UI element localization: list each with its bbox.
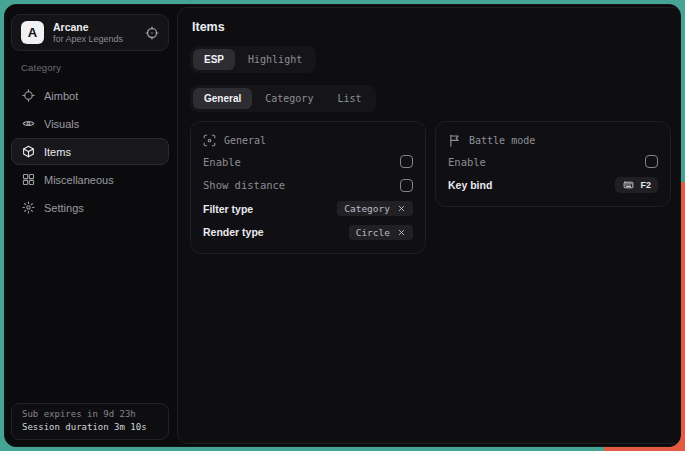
grid-icon — [22, 173, 35, 186]
cube-icon — [22, 145, 35, 158]
close-icon[interactable] — [397, 204, 406, 213]
session-duration-text: Session duration 3m 10s — [22, 422, 158, 432]
tab-category[interactable]: Category — [254, 88, 324, 109]
setting-row-enable: Enable — [203, 150, 413, 174]
card-title: General — [224, 135, 266, 146]
page-title: Items — [192, 20, 671, 34]
card-title: Battle mode — [469, 135, 535, 146]
checkbox-enable[interactable] — [645, 155, 658, 168]
tab-highlight[interactable]: Highlight — [237, 49, 313, 70]
sidebar-item-miscellaneous[interactable]: Miscellaneous — [11, 166, 169, 193]
setting-row-render-type: Render typeCircle — [203, 221, 413, 245]
sidebar-item-visuals[interactable]: Visuals — [11, 110, 169, 137]
brand-title: Arcane — [53, 21, 123, 33]
setting-label: Render type — [203, 226, 264, 238]
setting-label: Filter type — [203, 203, 253, 215]
tab-general[interactable]: General — [193, 88, 252, 109]
gear-icon — [22, 201, 35, 214]
chip-category[interactable]: Category — [337, 201, 413, 216]
sidebar-item-label: Visuals — [44, 118, 79, 130]
sidebar-item-aimbot[interactable]: Aimbot — [11, 82, 169, 109]
sidebar-item-label: Items — [44, 146, 71, 158]
keybind-value: F2 — [640, 180, 651, 190]
card-general: GeneralEnableShow distanceFilter typeCat… — [190, 121, 426, 254]
sidebar-item-items[interactable]: Items — [11, 138, 169, 165]
keyboard-icon — [622, 180, 635, 190]
tab-list[interactable]: List — [326, 88, 372, 109]
tab-row-1: ESPHighlight — [190, 46, 671, 73]
sidebar-item-settings[interactable]: Settings — [11, 194, 169, 221]
target-icon[interactable] — [145, 26, 159, 40]
tab-group-1: ESPHighlight — [190, 46, 316, 73]
main-panel: Items ESPHighlightGeneralCategoryList Ge… — [177, 7, 681, 444]
sidebar-item-label: Aimbot — [44, 90, 78, 102]
sub-expiry-text: Sub expires in 9d 23h — [22, 409, 158, 419]
crosshair-icon — [22, 89, 35, 102]
brand-subtitle: for Apex Legends — [53, 34, 123, 44]
flag-icon — [448, 134, 461, 147]
app-logo: A — [21, 21, 44, 44]
chip-circle[interactable]: Circle — [349, 225, 413, 240]
sidebar: A Arcane for Apex Legends Category Aimbo… — [5, 5, 175, 446]
sidebar-item-label: Miscellaneous — [44, 174, 114, 186]
setting-label: Show distance — [203, 179, 285, 191]
card-header: Battle mode — [448, 130, 658, 150]
cards-container: GeneralEnableShow distanceFilter typeCat… — [190, 121, 671, 254]
sidebar-item-label: Settings — [44, 202, 84, 214]
setting-label: Enable — [203, 156, 241, 168]
tab-row-2: GeneralCategoryList — [190, 85, 671, 112]
category-label: Category — [21, 62, 175, 73]
checkbox-enable[interactable] — [400, 155, 413, 168]
card-header: General — [203, 130, 413, 150]
sidebar-nav: AimbotVisualsItemsMiscellaneousSettings — [5, 82, 175, 221]
chip-label: Circle — [356, 227, 390, 238]
checkbox-show-distance[interactable] — [400, 179, 413, 192]
card-battle-mode: Battle modeEnableKey bindF2 — [435, 121, 671, 207]
tab-esp[interactable]: ESP — [193, 49, 235, 70]
setting-row-key-bind: Key bindF2 — [448, 174, 658, 198]
tabs-container: ESPHighlightGeneralCategoryList — [190, 46, 671, 112]
close-icon[interactable] — [397, 228, 406, 237]
scan-icon — [203, 134, 216, 147]
setting-label: Enable — [448, 156, 486, 168]
brand-text: Arcane for Apex Legends — [53, 21, 123, 44]
eye-icon — [22, 117, 35, 130]
subscription-card: Sub expires in 9d 23h Session duration 3… — [11, 403, 169, 440]
setting-row-show-distance: Show distance — [203, 174, 413, 198]
brand-card: A Arcane for Apex Legends — [11, 14, 169, 51]
tab-group-2: GeneralCategoryList — [190, 85, 376, 112]
app-window: A Arcane for Apex Legends Category Aimbo… — [4, 4, 681, 447]
chip-label: Category — [344, 203, 390, 214]
keybind-badge[interactable]: F2 — [615, 177, 658, 193]
setting-label: Key bind — [448, 179, 492, 191]
setting-row-enable: Enable — [448, 150, 658, 174]
setting-row-filter-type: Filter typeCategory — [203, 197, 413, 221]
